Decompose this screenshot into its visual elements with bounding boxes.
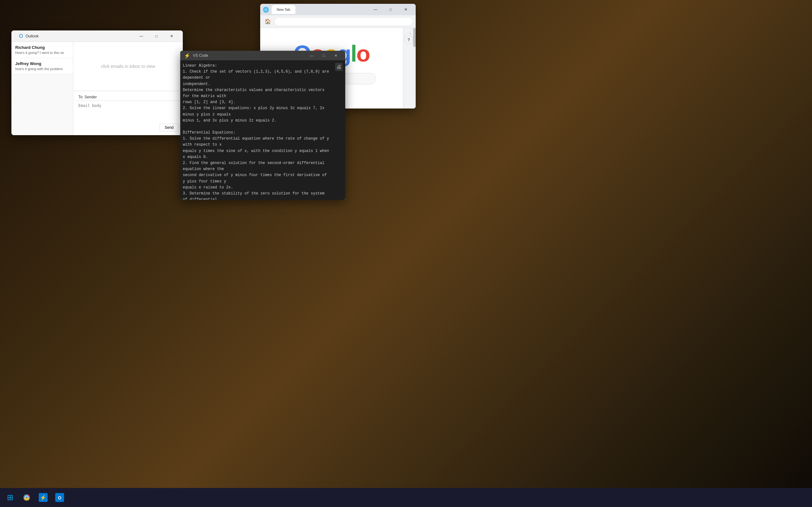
vscode-titlebar: ⚡ VS Code — □ ✕: [180, 51, 345, 60]
chrome-close-button[interactable]: ✕: [399, 4, 413, 15]
taskbar: ⊞ ⚡ O: [0, 488, 812, 507]
chrome-tab-label: New Tab: [277, 8, 290, 11]
email-preview-jeffrey: how's it going with the problem: [15, 67, 69, 71]
chrome-titlebar: 🌐 New Tab — □ ✕: [260, 4, 416, 15]
windows-start-icon: ⊞: [7, 493, 13, 502]
compose-body-input[interactable]: [76, 102, 180, 121]
chrome-maximize-button[interactable]: □: [383, 4, 398, 15]
email-preview-placeholder-text: click emails in inbox to view: [73, 42, 183, 91]
chrome-minimize-button[interactable]: —: [368, 4, 383, 15]
outlook-title-area: O Outlook: [15, 33, 43, 39]
chrome-scrollbar-thumb: [413, 28, 416, 47]
outlook-maximize-button[interactable]: □: [149, 31, 164, 41]
email-preview-richard: How's it going? I went to this se: [15, 51, 69, 55]
vscode-code-content: Linear Algebra: 1. Check if the set of v…: [183, 63, 343, 200]
email-sender-jeffrey: Jeffrey Wong: [15, 61, 69, 66]
svg-text:O: O: [58, 495, 62, 500]
send-button[interactable]: Send: [159, 124, 179, 131]
home-icon: 🏠: [265, 18, 271, 24]
logo-end: o: [356, 41, 370, 66]
chrome-window-controls: — □ ✕: [368, 4, 413, 15]
vscode-print-button[interactable]: 🖨: [335, 63, 343, 71]
logo-l: l: [351, 41, 356, 66]
vscode-title-text: VS Code: [193, 53, 208, 58]
taskbar-outlook[interactable]: O: [52, 490, 67, 505]
outlook-window: O Outlook — □ ✕ Richard Chung How's it g…: [11, 31, 183, 135]
vscode-close-button[interactable]: ✕: [330, 51, 341, 60]
vscode-window: ⚡ VS Code — □ ✕ 🖨 Linear Algebra: 1. Che…: [180, 51, 345, 200]
vscode-window-controls: — □ ✕: [306, 51, 341, 60]
vscode-minimize-button[interactable]: —: [306, 51, 317, 60]
email-compose-area: To: Sender Send: [73, 91, 183, 135]
outlook-minimize-button[interactable]: —: [134, 31, 149, 41]
chrome-scrollbar[interactable]: [413, 28, 416, 109]
chrome-home-button[interactable]: 🏠: [263, 16, 273, 26]
taskbar-vscode[interactable]: ⚡: [36, 490, 51, 505]
taskbar-chrome[interactable]: [19, 490, 34, 505]
email-item-jeffrey[interactable]: Jeffrey Wong how's it going with the pro…: [11, 58, 73, 74]
chrome-sidebar-btn-2[interactable]: ?: [404, 36, 413, 44]
print-icon: 🖨: [336, 64, 341, 69]
svg-text:⚡: ⚡: [40, 495, 46, 501]
vscode-maximize-button[interactable]: □: [318, 51, 329, 60]
vscode-app-icon: ⚡: [184, 53, 190, 59]
chrome-toolbar: 🏠: [260, 15, 416, 28]
email-list: Richard Chung How's it going? I went to …: [11, 42, 73, 135]
chrome-tab[interactable]: New Tab: [272, 5, 295, 14]
chrome-app-icon: 🌐: [263, 7, 269, 13]
compose-to-label: To: Sender: [76, 94, 180, 101]
outlook-close-button[interactable]: ✕: [164, 31, 179, 41]
email-preview-pane: click emails in inbox to view To: Sender…: [73, 42, 183, 135]
chrome-taskbar-icon: [22, 493, 31, 502]
outlook-body: Richard Chung How's it going? I went to …: [11, 42, 183, 135]
vscode-taskbar-icon: ⚡: [39, 493, 48, 502]
outlook-taskbar-icon: O: [55, 493, 64, 502]
address-bar[interactable]: [274, 17, 413, 26]
outlook-app-icon: O: [19, 33, 23, 39]
email-item-richard[interactable]: Richard Chung How's it going? I went to …: [11, 42, 73, 58]
outlook-titlebar: O Outlook — □ ✕: [11, 31, 183, 42]
outlook-title-text: Outlook: [25, 34, 39, 38]
vscode-content: 🖨 Linear Algebra: 1. Check if the set of…: [180, 60, 345, 200]
outlook-window-controls: — □ ✕: [134, 31, 179, 41]
email-sender-richard: Richard Chung: [15, 45, 69, 50]
taskbar-windows-start[interactable]: ⊞: [3, 490, 18, 505]
